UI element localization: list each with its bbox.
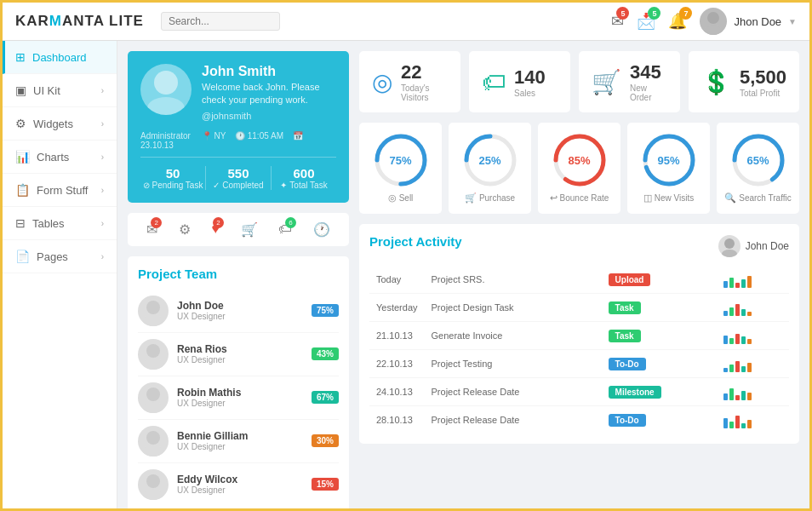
inbox-badge: 5 bbox=[648, 7, 660, 20]
activity-date: 24.10.13 bbox=[369, 378, 425, 406]
bar-segment bbox=[735, 416, 740, 428]
svg-point-13 bbox=[143, 489, 163, 500]
team-list: John Doe UX Designer 75% Rena Rios UX De… bbox=[138, 290, 339, 506]
team-member-name: Rena Rios bbox=[177, 343, 312, 355]
nav-icons: ✉ 5 📩 5 🔔 7 Jhon Doe ▼ bbox=[611, 8, 797, 35]
circle-wrap: 95% bbox=[642, 133, 696, 187]
team-avatar bbox=[138, 296, 169, 326]
settings-action-icon: ⚙ bbox=[179, 221, 191, 238]
bar-segment bbox=[747, 339, 752, 344]
activity-desc: Generate Invoice bbox=[425, 322, 602, 350]
heart-action-btn[interactable]: ♥ 2 bbox=[211, 221, 220, 238]
circle-wrap: 25% bbox=[463, 133, 518, 187]
svg-point-8 bbox=[146, 388, 160, 401]
stat-card: ◎ 22 Today's Visitors bbox=[359, 51, 460, 112]
activity-row: 22.10.13 Project Testing To-Do bbox=[369, 350, 789, 378]
team-member-role: UX Designer bbox=[177, 399, 312, 408]
email-action-btn[interactable]: ✉ 2 bbox=[146, 221, 157, 238]
team-row: Eddy Wilcox UX Designer 15% bbox=[138, 463, 339, 506]
settings-action-btn[interactable]: ⚙ bbox=[179, 221, 191, 238]
form-icon: 📋 bbox=[15, 183, 30, 197]
team-pct-badge: 75% bbox=[312, 304, 339, 317]
circle-card: 95% ◫ New Visits bbox=[627, 123, 710, 214]
bar-segment bbox=[723, 311, 728, 316]
bar-segment bbox=[729, 388, 734, 400]
pending-icon: ⊘ bbox=[143, 181, 150, 190]
activity-date: 21.10.13 bbox=[369, 322, 425, 350]
sidebar-item-pages[interactable]: 📄 Pages › bbox=[3, 240, 117, 273]
tag-action-btn[interactable]: 🏷 6 bbox=[278, 221, 292, 238]
team-info: Robin Mathis UX Designer bbox=[177, 387, 312, 408]
clock-action-btn[interactable]: 🕐 bbox=[313, 221, 330, 238]
bar-segment bbox=[735, 283, 740, 288]
stat-total-label: ✦ Total Task bbox=[272, 181, 336, 190]
team-member-role: UX Designer bbox=[177, 442, 312, 451]
sidebar-item-widgets[interactable]: ⚙ Widgets › bbox=[3, 107, 117, 141]
bell-nav-icon[interactable]: 🔔 7 bbox=[668, 12, 687, 31]
activity-tag-cell: Task bbox=[602, 294, 717, 322]
team-row: Rena Rios UX Designer 43% bbox=[138, 333, 339, 376]
circle-label-text: Purchase bbox=[479, 193, 515, 203]
dashboard-icon: ⊞ bbox=[15, 50, 26, 64]
activity-header: Project Activity John Doe bbox=[369, 234, 789, 257]
profile-top: John Smith Welcome back John. Please che… bbox=[140, 64, 336, 121]
chevron-right-icon-2: › bbox=[101, 119, 104, 129]
cart-action-btn[interactable]: 🛒 bbox=[241, 221, 258, 238]
sidebar-label-pages: Pages bbox=[37, 250, 68, 263]
activity-row: Today Project SRS. Upload bbox=[369, 266, 789, 294]
email-nav-icon[interactable]: ✉ 5 bbox=[611, 12, 624, 31]
sidebar-item-charts[interactable]: 📊 Charts › bbox=[3, 141, 117, 174]
sidebar-item-dashboard[interactable]: ⊞ Dashboard bbox=[3, 41, 117, 74]
activity-tag-cell: Milestone bbox=[602, 378, 717, 406]
stat-card-content: 22 Today's Visitors bbox=[401, 61, 448, 102]
activity-desc: Project Testing bbox=[425, 350, 602, 378]
check-icon: ✓ bbox=[213, 181, 220, 190]
charts-icon: 📊 bbox=[15, 150, 30, 164]
sidebar-item-uikit[interactable]: ▣ UI Kit › bbox=[3, 74, 117, 107]
pages-icon: 📄 bbox=[15, 250, 30, 263]
main-layout: ⊞ Dashboard ▣ UI Kit › ⚙ Widgets › 📊 Cha… bbox=[3, 41, 809, 511]
activity-row: 24.10.13 Project Release Date Milestone bbox=[369, 378, 789, 406]
activity-bars-cell bbox=[717, 294, 789, 322]
sidebar-item-form[interactable]: 📋 Form Stuff › bbox=[3, 174, 117, 207]
stat-total: 600 ✦ Total Task bbox=[272, 166, 336, 190]
circle-wrap: 85% bbox=[552, 133, 607, 187]
circle-label: 🛒 Purchase bbox=[465, 192, 515, 204]
sidebar-label-charts: Charts bbox=[37, 151, 69, 164]
activity-avatar bbox=[718, 235, 741, 257]
bar-segment bbox=[735, 334, 740, 344]
stat-card-icon: 🏷 bbox=[482, 68, 506, 96]
bar-segment bbox=[741, 279, 746, 288]
user-avatar bbox=[700, 8, 727, 35]
team-info: Bennie Gilliam UX Designer bbox=[177, 430, 312, 451]
sidebar-item-tables[interactable]: ⊟ Tables › bbox=[3, 207, 117, 240]
bar-segment bbox=[729, 278, 734, 288]
search-box[interactable] bbox=[161, 12, 280, 31]
search-input[interactable] bbox=[169, 15, 272, 27]
stat-completed: 550 ✓ Completed bbox=[206, 166, 272, 190]
team-member-name: John Doe bbox=[177, 300, 312, 312]
bar-segment bbox=[747, 363, 752, 372]
inbox-nav-icon[interactable]: 📩 5 bbox=[637, 12, 655, 31]
circle-card: 75% ◎ Sell bbox=[359, 123, 442, 214]
left-column: John Smith Welcome back John. Please che… bbox=[128, 51, 349, 511]
stat-card-icon: 🛒 bbox=[592, 68, 621, 96]
stat-card-content: 345 New Order bbox=[630, 61, 667, 102]
circle-icon: ↩ bbox=[550, 192, 558, 204]
chevron-right-icon-6: › bbox=[101, 252, 104, 261]
team-row: Robin Mathis UX Designer 67% bbox=[138, 376, 339, 420]
svg-point-10 bbox=[146, 431, 160, 445]
circle-pct-text: 25% bbox=[478, 154, 500, 167]
stat-card-icon: 💲 bbox=[701, 68, 731, 96]
profile-stats: 50 ⊘ Pending Task 550 ✓ Completed bbox=[140, 157, 336, 190]
circle-label: ◎ Sell bbox=[388, 192, 414, 204]
stat-card-number: 345 bbox=[630, 61, 667, 83]
circle-label-text: New Visits bbox=[655, 193, 695, 203]
tables-icon: ⊟ bbox=[15, 216, 26, 230]
activity-date: 28.10.13 bbox=[369, 406, 425, 434]
user-menu[interactable]: Jhon Doe ▼ bbox=[700, 8, 797, 35]
sidebar-label-tables: Tables bbox=[32, 217, 65, 230]
stat-card: 🛒 345 New Order bbox=[579, 51, 680, 112]
bar-segment bbox=[723, 281, 728, 288]
stat-card-number: 5,500 bbox=[740, 66, 786, 89]
